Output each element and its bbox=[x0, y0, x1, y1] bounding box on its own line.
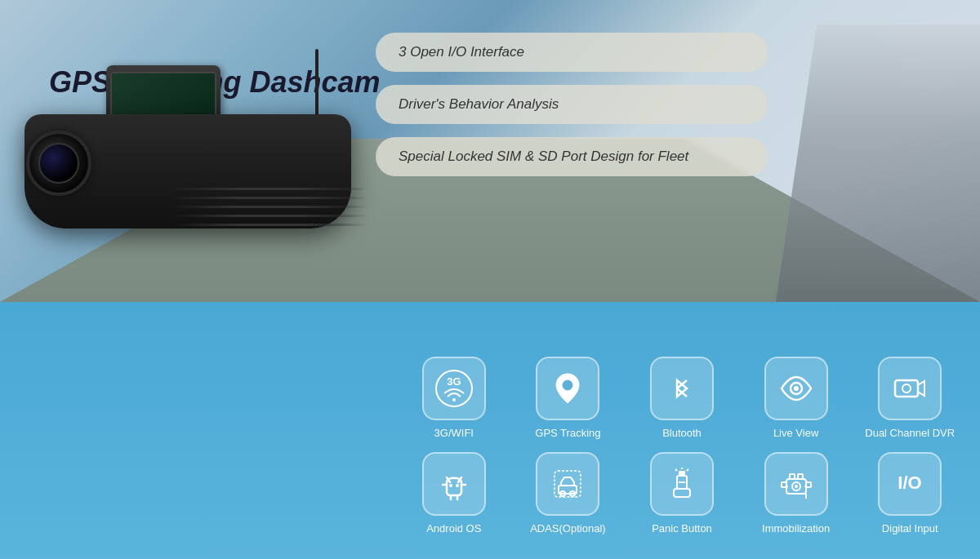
io-icon: I/O bbox=[890, 464, 929, 504]
svg-rect-6 bbox=[895, 380, 918, 397]
eye-icon bbox=[777, 369, 816, 408]
feature-3g-wifi: 3G 3G/WIFI bbox=[400, 357, 508, 439]
dashcam-screen-display bbox=[112, 73, 215, 119]
dashcam-lens-inner bbox=[38, 143, 79, 184]
feature-panic: Panic Button bbox=[628, 452, 736, 535]
svg-rect-31 bbox=[806, 482, 811, 487]
immobilization-icon-box bbox=[764, 452, 828, 516]
feature-live-view: Live View bbox=[742, 357, 850, 439]
svg-line-26 bbox=[675, 469, 677, 471]
feature-bluetooth: Blutooth bbox=[628, 357, 736, 439]
svg-text:I/O: I/O bbox=[898, 472, 922, 493]
dashcam-body bbox=[0, 49, 384, 310]
svg-rect-29 bbox=[798, 474, 803, 479]
engine-icon bbox=[777, 464, 816, 504]
dashcam-cable bbox=[315, 49, 318, 122]
feature-gps: GPS Tracking bbox=[514, 357, 622, 439]
panic-icon-box bbox=[650, 452, 714, 516]
adas-icon bbox=[548, 464, 587, 504]
svg-point-2 bbox=[452, 398, 456, 402]
feature-digital-input: I/O Digital Input bbox=[856, 452, 964, 535]
gps-icon-box bbox=[536, 357, 599, 420]
feature-adas-label: ADAS(Optional) bbox=[530, 522, 605, 535]
gps-tracking-icon bbox=[548, 369, 587, 408]
feature-immobilization: Immobilization bbox=[742, 452, 850, 535]
feature-dual-channel-label: Dual Channel DVR bbox=[865, 427, 955, 439]
features-grid: 3G 3G/WIFI GPS Tracking Blutooth bbox=[400, 357, 964, 535]
feature-dual-channel: Dual Channel DVR bbox=[856, 357, 964, 439]
dual-channel-icon-box bbox=[878, 357, 942, 420]
feature-digital-input-label: Digital Input bbox=[882, 522, 938, 535]
feature-panic-label: Panic Button bbox=[652, 522, 712, 535]
android-icon bbox=[434, 464, 474, 504]
vent-line-1 bbox=[172, 188, 368, 190]
svg-rect-20 bbox=[679, 471, 685, 475]
feature-android: Android OS bbox=[400, 452, 508, 535]
vent-line-3 bbox=[172, 206, 368, 208]
feature-3g-wifi-label: 3G/WIFI bbox=[434, 427, 474, 439]
3g-wifi-icon: 3G bbox=[434, 369, 474, 408]
svg-point-7 bbox=[902, 384, 911, 393]
svg-point-10 bbox=[449, 484, 452, 487]
dashcam-screen bbox=[110, 72, 216, 121]
svg-point-5 bbox=[794, 386, 799, 391]
feature-gps-label: GPS Tracking bbox=[535, 427, 600, 439]
bluetooth-icon bbox=[662, 369, 702, 408]
dashcam-ventilation bbox=[172, 188, 368, 294]
svg-point-11 bbox=[456, 484, 459, 487]
dashcam-lens bbox=[26, 131, 91, 196]
svg-rect-22 bbox=[674, 489, 690, 497]
android-icon-box bbox=[422, 452, 486, 516]
adas-icon-box bbox=[536, 452, 599, 516]
feature-bluetooth-label: Blutooth bbox=[662, 427, 702, 439]
vent-line-4 bbox=[172, 215, 368, 217]
svg-rect-30 bbox=[782, 482, 786, 487]
camera-icon bbox=[890, 369, 929, 408]
feature-live-view-label: Live View bbox=[773, 427, 818, 439]
svg-point-34 bbox=[795, 485, 798, 488]
svg-point-3 bbox=[563, 380, 572, 390]
panic-button-icon bbox=[662, 464, 702, 504]
vehicle-blur bbox=[776, 24, 980, 302]
vent-line-2 bbox=[172, 197, 368, 199]
svg-text:3G: 3G bbox=[447, 375, 461, 388]
svg-line-25 bbox=[687, 469, 688, 471]
digital-input-icon-box: I/O bbox=[878, 452, 942, 516]
live-view-icon-box bbox=[764, 357, 828, 420]
feature-immobilization-label: Immobilization bbox=[762, 522, 830, 535]
svg-rect-28 bbox=[790, 474, 795, 479]
dashcam-image bbox=[0, 49, 449, 375]
bluetooth-icon-box bbox=[650, 357, 714, 420]
feature-android-label: Android OS bbox=[426, 522, 481, 535]
3g-wifi-icon-box: 3G bbox=[422, 357, 486, 420]
vent-line-5 bbox=[172, 224, 368, 226]
feature-adas: ADAS(Optional) bbox=[514, 452, 622, 535]
